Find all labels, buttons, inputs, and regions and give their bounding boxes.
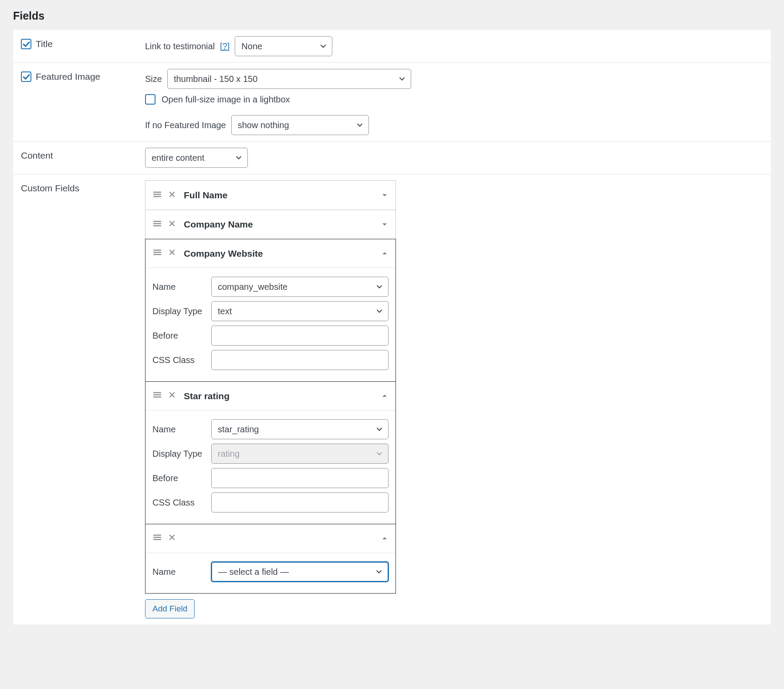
custom-field-title: Company Website [184,248,263,259]
field-name-value: company_website [218,282,287,292]
custom-field-header[interactable]: Full Name [145,181,395,210]
chevron-down-icon [235,154,242,161]
custom-field-header[interactable]: Company Name [145,210,395,239]
custom-fields-label: Custom Fields [21,183,79,193]
content-label: Content [21,150,53,161]
fields-panel: Title Link to testimonial [?] None Featu… [13,30,771,625]
fallback-label: If no Featured Image [145,120,226,130]
chevron-down-icon [375,568,382,575]
featured-image-label: Featured Image [36,71,100,82]
link-testimonial-value: None [241,41,262,51]
field-name-label: Name [152,424,211,434]
drag-handle-icon[interactable] [152,248,162,259]
content-select[interactable]: entire content [145,148,248,168]
chevron-down-icon [376,426,383,433]
link-testimonial-label: Link to testimonial [145,41,215,51]
remove-icon[interactable] [168,190,176,200]
size-label: Size [145,74,162,84]
display-type-label: Display Type [152,449,211,459]
custom-field-item: Star ratingNamestar_ratingDisplay Typera… [145,381,396,524]
custom-field-body: Name— select a field — [145,553,395,593]
chevron-down-icon [356,122,363,129]
display-type-value: text [218,306,232,316]
display-type-select[interactable]: text [211,301,389,321]
size-value: thumbnail - 150 x 150 [174,74,257,84]
display-type-value: rating [218,449,240,459]
chevron-down-icon[interactable] [382,190,388,200]
section-title: Fields [13,0,771,30]
title-label: Title [36,39,53,49]
custom-field-title: Company Name [184,219,253,230]
add-field-button[interactable]: Add Field [145,599,195,618]
custom-field-item: Full Name [145,180,396,210]
title-checkbox[interactable] [21,39,31,49]
custom-field-item: Name— select a field — [145,524,396,594]
custom-field-title: Star rating [184,391,230,401]
drag-handle-icon[interactable] [152,190,162,201]
custom-field-title: Full Name [184,190,227,200]
content-row: Content entire content [13,142,771,174]
custom-field-header[interactable]: Star rating [145,382,395,411]
custom-fields-row: Custom Fields Full NameCompany NameCompa… [13,174,771,625]
content-value: entire content [152,153,204,163]
field-name-label: Name [152,567,211,577]
field-name-label: Name [152,282,211,292]
featured-image-checkbox[interactable] [21,71,31,82]
field-name-value: star_rating [218,424,259,434]
drag-handle-icon[interactable] [152,533,162,544]
before-label: Before [152,473,211,483]
drag-handle-icon[interactable] [152,219,162,231]
display-type-select: rating [211,444,389,464]
featured-image-row: Featured Image Size thumbnail - 150 x 15… [13,63,771,142]
css-class-label: CSS Class [152,498,211,508]
remove-icon[interactable] [168,391,176,401]
css-class-input[interactable] [211,350,389,370]
field-name-select[interactable]: — select a field — [211,562,389,582]
css-class-input[interactable] [211,492,389,513]
lightbox-checkbox[interactable] [145,94,155,105]
field-name-select[interactable]: star_rating [211,419,389,439]
custom-field-header[interactable]: Company Website [145,239,395,268]
chevron-up-icon[interactable] [382,533,388,543]
custom-field-item: Company Name [145,210,396,239]
before-input[interactable] [211,326,389,346]
before-label: Before [152,331,211,341]
custom-field-body: Namecompany_websiteDisplay TypetextBefor… [145,268,395,381]
chevron-down-icon [376,308,383,315]
display-type-label: Display Type [152,306,211,316]
chevron-down-icon[interactable] [382,220,388,230]
lightbox-label: Open full-size image in a lightbox [162,95,290,105]
css-class-label: CSS Class [152,355,211,365]
title-row: Title Link to testimonial [?] None [13,30,771,63]
field-name-select[interactable]: company_website [211,277,389,297]
custom-field-body: Namestar_ratingDisplay TyperatingBeforeC… [145,411,395,524]
chevron-down-icon [376,283,383,290]
drag-handle-icon[interactable] [152,390,162,402]
before-input[interactable] [211,468,389,488]
link-testimonial-select[interactable]: None [235,36,332,56]
chevron-up-icon[interactable] [382,248,388,258]
custom-field-item: Company WebsiteNamecompany_websiteDispla… [145,239,396,382]
chevron-down-icon [399,75,406,82]
remove-icon[interactable] [168,220,176,230]
chevron-down-icon [320,43,327,50]
remove-icon[interactable] [168,533,176,543]
chevron-up-icon[interactable] [382,391,388,401]
help-link[interactable]: [?] [220,41,230,51]
chevron-down-icon [376,450,383,457]
fallback-value: show nothing [238,120,289,130]
field-name-value: — select a field — [218,567,289,577]
remove-icon[interactable] [168,248,176,258]
custom-field-header[interactable] [145,524,395,553]
size-select[interactable]: thumbnail - 150 x 150 [167,69,411,89]
fallback-select[interactable]: show nothing [231,115,369,135]
